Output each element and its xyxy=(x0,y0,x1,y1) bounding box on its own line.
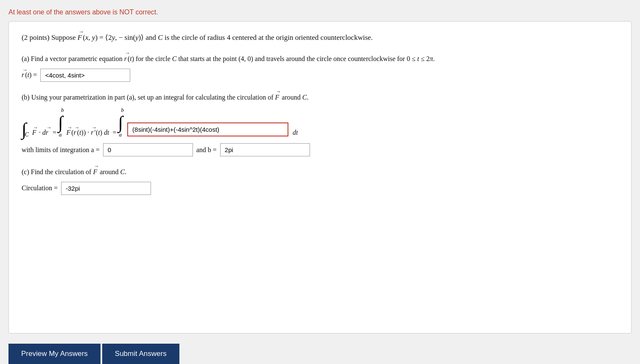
integral-symbol-ab2: ∫ xyxy=(118,114,123,131)
part-c-section: (c) Find the circulation of → F around C… xyxy=(22,167,618,195)
part-b-section: (b) Using your parametrization in part (… xyxy=(22,92,618,157)
integral-equation-row: ∫ C → F · d → r = b ∫ xyxy=(22,107,618,138)
error-message: At least one of the answers above is NOT… xyxy=(8,8,632,16)
limits-row: with limits of integration a = and b = xyxy=(22,143,618,156)
submit-button[interactable]: Submit Answers xyxy=(102,344,179,364)
part-c-answer-row: Circulation = xyxy=(22,182,618,195)
integral-text-1: → F · d → r xyxy=(32,129,49,138)
buttons-bar: Preview My Answers Submit Answers xyxy=(8,344,632,364)
integral-symbol-ab: ∫ xyxy=(58,114,63,131)
part-a-input[interactable] xyxy=(40,69,130,82)
circulation-input[interactable] xyxy=(61,182,151,195)
limits-b-label: and b = xyxy=(196,146,217,154)
preview-button[interactable]: Preview My Answers xyxy=(8,344,101,364)
equals-1: = xyxy=(53,129,56,138)
part-a-answer-label: → r (t) = xyxy=(22,71,37,79)
part-c-label: (c) Find the circulation of → F around C… xyxy=(22,167,618,178)
part-c-answer-label: Circulation = xyxy=(22,184,58,192)
part-a-label: (a) Find a vector parametric equation → … xyxy=(22,53,618,64)
part-a-answer-row: → r (t) = xyxy=(22,69,618,82)
dt-label: dt xyxy=(293,129,298,138)
limit-b-input[interactable] xyxy=(220,143,310,156)
integral-text-2: → F ( → r (t)) · → r ′(t) dt xyxy=(66,129,109,138)
limits-a-label: with limits of integration a = xyxy=(22,146,100,154)
equals-2: = xyxy=(113,129,117,138)
page-container: At least one of the answers above is NOT… xyxy=(0,4,640,364)
limit-a-input[interactable] xyxy=(103,143,193,156)
part-a-section: (a) Find a vector parametric equation → … xyxy=(22,53,618,82)
part-b-label: (b) Using your parametrization in part (… xyxy=(22,92,618,103)
integrand-input[interactable] xyxy=(127,122,288,136)
problem-box: (2 points) Suppose → F (x, y) = ⟨2y, − s… xyxy=(8,21,632,333)
problem-intro: (2 points) Suppose → F (x, y) = ⟨2y, − s… xyxy=(22,32,618,43)
